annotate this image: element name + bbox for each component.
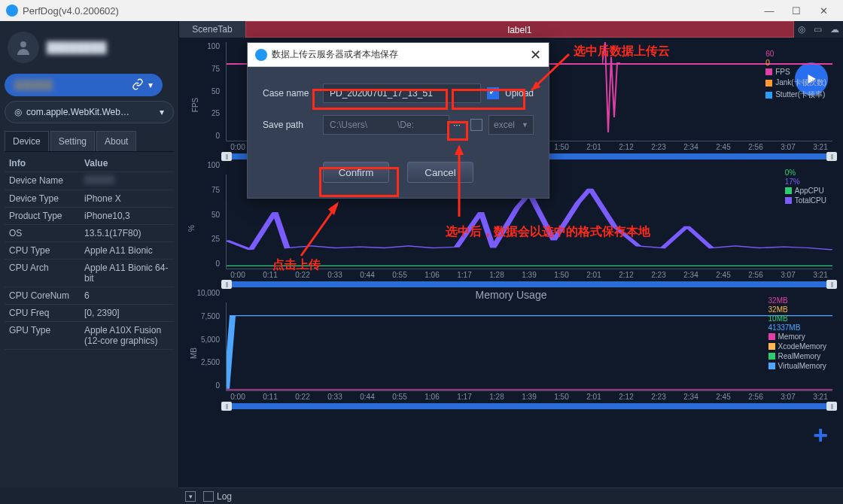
device-name-hidden: ██████: [14, 80, 53, 90]
chevron-down-icon: ▼: [522, 121, 528, 129]
info-value: iPhone10,3: [84, 211, 169, 221]
chart-title-mem: Memory Usage: [190, 289, 832, 301]
maximize-button[interactable]: ☐: [783, 5, 810, 17]
window-close-button[interactable]: ✕: [810, 5, 837, 17]
svg-point-0: [20, 41, 26, 47]
tab-about[interactable]: About: [96, 131, 136, 151]
app-logo-icon: [6, 5, 18, 17]
info-value: 13.5.1(17F80): [84, 228, 169, 238]
device-info-table: InfoValue Device Name Device TypeiPhone …: [5, 155, 174, 350]
add-chart-button[interactable]: +: [813, 421, 828, 450]
content-topbar: SceneTab label1 ◎ ▭ ☁: [179, 21, 843, 38]
plot-mem[interactable]: [226, 302, 832, 391]
dialog-header: 数据上传云服务器或者本地保存 ✕: [248, 43, 549, 67]
info-value: iPhone X: [84, 193, 169, 204]
minimize-button[interactable]: —: [756, 5, 783, 17]
info-value: Apple A11 Bionic: [84, 245, 169, 256]
tab-setting[interactable]: Setting: [50, 131, 95, 151]
cancel-button[interactable]: Cancel: [407, 162, 473, 183]
timeline-cpu[interactable]: [226, 281, 832, 287]
y-axis-cpu: 100 75 50 25 0: [199, 161, 220, 268]
sidebar-tabs: Device Setting About: [5, 131, 174, 152]
info-label: CPU CoreNum: [9, 290, 84, 301]
process-name: com.apple.WebKit.Web…: [26, 107, 129, 117]
sidebar: ████████ ██████ ▾ ◎ com.apple.WebKit.Web…: [0, 21, 179, 487]
legend-fps: 60 0 FPS Jank(卡顿次数) Stutter(卡顿率): [765, 50, 826, 102]
target-icon: ◎: [14, 107, 22, 117]
info-label: GPU Type: [9, 325, 84, 346]
info-value: [84, 175, 169, 187]
scene-tab[interactable]: SceneTab: [179, 21, 245, 38]
scene-label[interactable]: label1: [245, 21, 794, 38]
case-name-input[interactable]: [323, 83, 481, 103]
info-label: Product Type: [9, 211, 84, 221]
upload-dialog: 数据上传云服务器或者本地保存 ✕ Case name Upload Save p…: [247, 42, 549, 199]
link-icon: [132, 78, 144, 93]
y-axis-mem: 10,000 7,500 5,000 2,500 0: [191, 289, 220, 390]
save-local-checkbox[interactable]: [470, 119, 482, 131]
confirm-button[interactable]: Confirm: [323, 162, 389, 183]
dialog-close-button[interactable]: ✕: [530, 47, 541, 63]
info-value: [0, 2390]: [84, 308, 169, 318]
cloud-icon[interactable]: ☁: [830, 24, 839, 35]
value-header: Value: [84, 158, 169, 169]
username-text: ████████: [47, 41, 106, 53]
titlebar: PerfDog(v4.0.200602) — ☐ ✕: [0, 0, 843, 21]
info-label: Device Type: [9, 193, 84, 204]
window-title: PerfDog(v4.0.200602): [23, 5, 119, 17]
save-path-input[interactable]: [323, 115, 449, 135]
tab-device[interactable]: Device: [5, 131, 49, 151]
avatar[interactable]: [8, 32, 39, 63]
x-axis-mem: 0:000:110:220:330:440:551:061:171:281:39…: [226, 393, 832, 401]
chevron-down-icon: ▾: [160, 107, 164, 117]
footer: ▾ Log: [179, 487, 843, 504]
info-value: Apple A11 Bionic 64-bit: [84, 263, 169, 284]
info-label: CPU Arch: [9, 263, 84, 284]
info-header: Info: [9, 158, 84, 169]
format-select[interactable]: excel▼: [488, 115, 534, 135]
browse-button[interactable]: ···: [449, 120, 464, 130]
device-selector[interactable]: ██████ ▾: [5, 74, 163, 96]
legend-mem: 32MB 32MB 10MB 41337MB Memory XcodeMemor…: [768, 296, 826, 372]
info-label: CPU Freq: [9, 308, 84, 318]
expand-toggle[interactable]: ▾: [185, 491, 196, 502]
upload-label: Upload: [505, 88, 534, 99]
case-name-label: Case name: [263, 88, 323, 99]
dialog-title: 数据上传云服务器或者本地保存: [272, 48, 398, 61]
log-checkbox[interactable]: Log: [203, 491, 232, 502]
save-path-label: Save path: [263, 120, 323, 130]
folder-icon[interactable]: ▭: [814, 24, 822, 35]
chevron-down-icon: ▾: [148, 80, 153, 90]
info-value: Apple A10X Fusion (12-core graphics): [84, 325, 169, 346]
info-label: OS: [9, 228, 84, 238]
upload-checkbox[interactable]: [487, 87, 499, 99]
x-axis-cpu: 0:000:110:220:330:440:551:061:171:281:39…: [226, 271, 832, 279]
legend-cpu: 0% 17% AppCPU TotalCPU: [785, 169, 826, 206]
location-icon[interactable]: ◎: [798, 24, 805, 35]
chart-mem: Memory Usage MB 10,000 7,500 5,000 2,500…: [190, 289, 832, 409]
info-label: Device Name: [9, 175, 84, 187]
y-axis-fps: 100 75 50 25 0: [199, 42, 220, 140]
process-selector[interactable]: ◎ com.apple.WebKit.Web… ▾: [5, 101, 174, 123]
info-value: 6: [84, 290, 169, 301]
y-unit-cpu: %: [187, 225, 196, 232]
dialog-logo-icon: [255, 49, 267, 61]
info-label: CPU Type: [9, 245, 84, 256]
timeline-mem[interactable]: [226, 403, 832, 409]
